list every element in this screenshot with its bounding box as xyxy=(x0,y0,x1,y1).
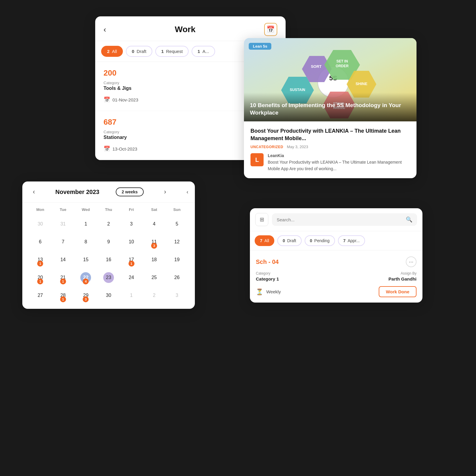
calendar-event-badge: 1 xyxy=(60,296,66,302)
calendar-cell[interactable]: 31 xyxy=(52,216,75,232)
calendar-cell[interactable]: 18 xyxy=(143,252,166,268)
calendar-cell[interactable]: 1 xyxy=(74,216,97,232)
svg-text:SHINE: SHINE xyxy=(356,82,367,86)
scheduler-panel: ⊞ 🔍 7 All 0 Draft 0 Pending 7 Appr... Sc… xyxy=(250,208,422,303)
calendar-cell[interactable]: 201 xyxy=(29,270,52,286)
calendar-cell[interactable]: 1 xyxy=(120,287,143,303)
calendar-grid: Mon Tue Wed Thu Fri Sat Sun 303112345678… xyxy=(22,203,195,309)
tab-all[interactable]: 2 All xyxy=(101,46,123,57)
calendar-date-number: 27 xyxy=(35,290,46,301)
calendar-cell[interactable]: 2 xyxy=(143,287,166,303)
calendar-cell[interactable]: 3 xyxy=(165,287,188,303)
tab-draft-label: Draft xyxy=(137,49,146,54)
calendar-cell[interactable]: 224 xyxy=(74,270,97,286)
schedule-icon-button[interactable]: 📅 xyxy=(264,23,277,36)
calendar-cell[interactable]: 9 xyxy=(97,234,120,250)
calendar-date-number: 7 xyxy=(58,237,68,247)
calendar-cell[interactable]: 2 xyxy=(97,216,120,232)
calendar-week-0: 303112345 xyxy=(29,216,188,232)
calendar-cell[interactable]: 12 xyxy=(165,234,188,250)
calendar-date-number: 5 xyxy=(172,219,182,229)
calendar-cell[interactable]: 293 xyxy=(74,287,97,303)
work-card-1-id: 200 xyxy=(104,68,116,78)
scheduler-filter-tabs: 7 All 0 Draft 0 Pending 7 Appr... xyxy=(250,231,422,250)
calendar-week-1: 67891011312 xyxy=(29,234,188,250)
scheduler-filter-button[interactable]: ⊞ xyxy=(255,213,268,226)
calendar-date-number: 15 xyxy=(80,254,91,265)
calendar-cell[interactable]: 19 xyxy=(165,252,188,268)
calendar-date-number: 3 xyxy=(126,219,137,229)
lean5s-badge: Lean 5s xyxy=(249,43,271,50)
calendar-period-button[interactable]: 2 weeks xyxy=(116,187,144,196)
svg-text:ORDER: ORDER xyxy=(336,64,349,68)
sch-tab-draft[interactable]: 0 Draft xyxy=(277,235,301,246)
calendar-cell[interactable]: 8 xyxy=(74,234,97,250)
sch-assign-value: Parth Gandhi xyxy=(338,276,416,281)
calendar-collapse-button[interactable]: ‹ xyxy=(187,189,188,195)
calendar-cell[interactable]: 14 xyxy=(52,252,75,268)
calendar-cell[interactable]: 113 xyxy=(143,234,166,250)
calendar-date-number: 1 xyxy=(126,290,137,301)
work-card-2-date: 📅 13-Oct-2023 xyxy=(104,145,137,152)
calendar-date-number: 2 xyxy=(149,290,159,301)
calendar-cell[interactable]: 16 xyxy=(97,252,120,268)
calendar-date-number: 30 xyxy=(35,219,46,229)
calendar-weeks: 3031123456789101131213114151617118192012… xyxy=(29,216,188,303)
calendar-cell[interactable]: 3 xyxy=(120,216,143,232)
tab-request[interactable]: 1 Request xyxy=(155,46,189,57)
calendar-cell[interactable]: 30 xyxy=(29,216,52,232)
blog-author-logo-letter: L xyxy=(255,156,259,163)
calendar-date-number: 23 xyxy=(103,272,114,283)
calendar-cell[interactable]: 10 xyxy=(120,234,143,250)
work-done-button[interactable]: Work Done xyxy=(379,286,416,297)
calendar-event-badge: 3 xyxy=(151,243,157,249)
calendar-cell[interactable]: 23 xyxy=(97,270,120,286)
calendar-prev-button[interactable]: ‹ xyxy=(29,187,39,197)
calendar-cell[interactable]: 5 xyxy=(165,216,188,232)
calendar-cell[interactable]: 25 xyxy=(143,270,166,286)
sch-assign-label: Assign By xyxy=(338,271,416,275)
calendar-event-badge: 3 xyxy=(83,296,89,302)
sch-card-menu[interactable]: ··· xyxy=(406,256,416,267)
calendar-cell[interactable]: 6 xyxy=(29,234,52,250)
blog-author-logo: L xyxy=(250,153,264,166)
sch-tab-all[interactable]: 7 All xyxy=(255,235,274,246)
sch-assign-wrap: Assign By Parth Gandhi xyxy=(338,271,416,281)
sch-card-id: Sch - 04 xyxy=(256,259,279,265)
sch-category-value: Category 1 xyxy=(256,276,335,281)
calendar-cell[interactable]: 30 xyxy=(97,287,120,303)
sch-category-label: Category xyxy=(256,271,335,275)
calendar-next-button[interactable]: › xyxy=(160,187,170,197)
day-header-sat: Sat xyxy=(143,206,166,214)
scheduler-search-input[interactable] xyxy=(277,217,403,222)
calendar-cell[interactable]: 211 xyxy=(52,270,75,286)
calendar-cell[interactable]: 15 xyxy=(74,252,97,268)
blog-category-tag: UNCATEGORIZED xyxy=(250,145,283,149)
tab-draft[interactable]: 0 Draft xyxy=(126,46,152,57)
calendar-cell[interactable]: 7 xyxy=(52,234,75,250)
tab-approved[interactable]: 1 A... xyxy=(192,46,215,57)
calendar-date-number: 24 xyxy=(126,272,137,283)
blog-image-wrap: 5S SORT SET IN ORDER SHINE STAND- ARDIZE… xyxy=(244,38,416,121)
sch-tab-pending[interactable]: 0 Pending xyxy=(305,235,335,246)
calendar-week-4: 2728129330123 xyxy=(29,287,188,303)
page-title: Work xyxy=(175,25,196,34)
work-header: ‹ Work 📅 xyxy=(95,16,286,41)
calendar-month-label: November 2023 xyxy=(55,189,99,195)
back-button[interactable]: ‹ xyxy=(104,26,106,33)
calendar-date-number: 8 xyxy=(80,237,91,247)
day-header-wed: Wed xyxy=(74,206,97,214)
scheduler-card: Sch - 04 ··· Category Category 1 Assign … xyxy=(250,250,422,303)
sch-card-header: Sch - 04 ··· xyxy=(256,256,416,267)
calendar-cell[interactable]: 171 xyxy=(120,252,143,268)
calendar-cell[interactable]: 131 xyxy=(29,252,52,268)
calendar-cell[interactable]: 4 xyxy=(143,216,166,232)
calendar-date-number: 9 xyxy=(103,237,114,247)
calendar-cell[interactable]: 24 xyxy=(120,270,143,286)
calendar-cell[interactable]: 27 xyxy=(29,287,52,303)
calendar-cell[interactable]: 281 xyxy=(52,287,75,303)
sch-tab-approved[interactable]: 7 Appr... xyxy=(338,235,365,246)
tab-approved-label: A... xyxy=(202,49,209,54)
tab-all-count: 2 xyxy=(107,49,109,54)
calendar-cell[interactable]: 26 xyxy=(165,270,188,286)
